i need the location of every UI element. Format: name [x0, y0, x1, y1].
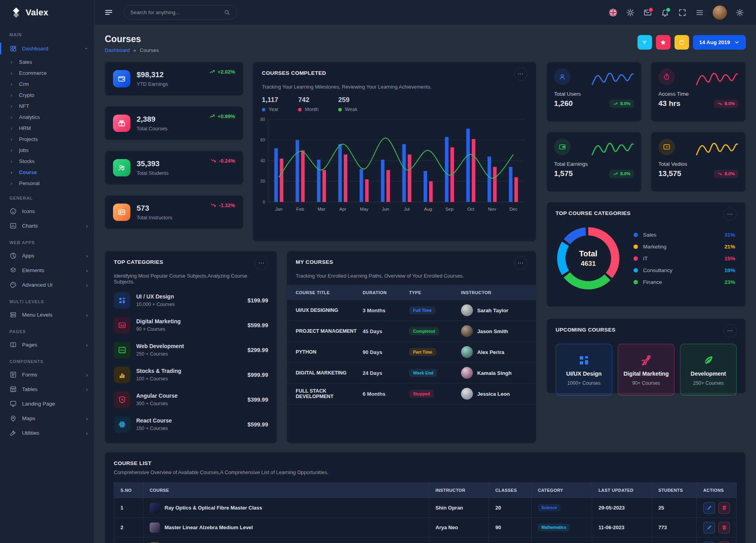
legend-label: Consultancy: [643, 267, 673, 273]
actions-cell: [697, 498, 736, 517]
my-courses-table-header: COURSE TITLE DURATION TYPE INSTRUCTOR: [287, 285, 536, 300]
sidebar-item[interactable]: Menu Levels: [0, 308, 94, 322]
row-number: 3: [114, 537, 143, 543]
donut-total-label: Total: [579, 249, 597, 258]
sidebar-item[interactable]: Elements: [0, 263, 94, 278]
sidebar-item[interactable]: Utilities: [0, 426, 94, 440]
sidebar-item[interactable]: Crypto: [0, 89, 94, 100]
sidebar-item[interactable]: jobs: [0, 145, 94, 156]
course-list-table-header: S.NO COURSE INSTRUCTOR CLASSES CATEGORY …: [114, 483, 736, 498]
sidebar-item-icon: [9, 385, 17, 393]
stat-card-icon: [113, 204, 130, 221]
sidebar-item[interactable]: Maps: [0, 411, 94, 426]
right-column: Total Users 1,260 8.0%: [547, 62, 746, 393]
sidebar-item[interactable]: Tables: [0, 382, 94, 397]
upcoming-course-count: 250+ Courses: [693, 380, 724, 386]
sidebar-item[interactable]: Stocks: [0, 156, 94, 167]
table-row[interactable]: PROJECT MANAGEMENT 45 Days Completed Jas…: [287, 321, 536, 342]
language-flag-button[interactable]: [609, 8, 617, 17]
category-name: UI / UX Design: [136, 293, 174, 300]
notifications-button[interactable]: [661, 8, 669, 17]
sparkline-chart: [695, 139, 739, 160]
course-instructor: Alex Perira: [461, 346, 527, 358]
sidebar-item[interactable]: Ecommerce: [0, 67, 94, 78]
kpi-label: Access Time: [658, 91, 738, 97]
category-price: $999.99: [248, 372, 268, 378]
sidebar-item-label: Crm: [19, 81, 29, 87]
sidebar-item[interactable]: Dashboard: [0, 41, 94, 56]
upcoming-course-tile[interactable]: UI/UX Design 1000+ Courses: [556, 344, 612, 396]
filter-button[interactable]: [637, 35, 652, 50]
sidebar-item-label: HRM: [19, 125, 31, 131]
category-list-item[interactable]: UI / UX Design 10,000 + Courses $199.99: [114, 288, 268, 313]
card-options-button[interactable]: [514, 256, 527, 270]
table-row[interactable]: UI/UX DESIGNING 3 Months Full Time Sarah…: [287, 300, 536, 321]
column-header: INSTRUCTOR: [461, 290, 527, 295]
sidebar-item[interactable]: Advanced Ui: [0, 278, 94, 292]
card-options-button[interactable]: [723, 208, 737, 221]
sidebar-item[interactable]: Personal: [0, 178, 94, 189]
table-row[interactable]: DIGITAL MARKETING 24 Days Week End Kamal…: [287, 363, 536, 384]
upcoming-course-tile[interactable]: Digital Marketing 90+ Courses: [618, 344, 674, 396]
sidebar-item[interactable]: Pages: [0, 337, 94, 352]
sidebar-item[interactable]: Projects: [0, 133, 94, 145]
sidebar-item[interactable]: Analytics: [0, 111, 94, 122]
sidebar-toggle-button[interactable]: [104, 7, 114, 18]
search-input[interactable]: [130, 9, 224, 15]
delete-button[interactable]: [718, 502, 730, 514]
category-list-item[interactable]: </> Web Development 250 + Courses $299.9…: [114, 337, 268, 362]
edit-button[interactable]: [703, 541, 715, 543]
category-list-item[interactable]: A Angular Course 300 + Courses $399.99: [114, 387, 268, 412]
edit-button[interactable]: [703, 522, 715, 534]
card-options-button[interactable]: [255, 256, 268, 270]
svg-text:Ad: Ad: [120, 323, 124, 327]
delete-button[interactable]: [718, 522, 730, 534]
table-row[interactable]: 2 Master Linear Alzebra Medium Level Ary…: [114, 517, 736, 537]
brand[interactable]: Valex: [0, 0, 94, 25]
sidebar-item[interactable]: HRM: [0, 122, 94, 133]
sidebar-item[interactable]: Sales: [0, 56, 94, 67]
category-list-item[interactable]: React Course 150 + Courses $599.99: [114, 412, 268, 437]
sidebar-item[interactable]: Icons: [0, 204, 94, 219]
classes-count: 20: [489, 498, 532, 517]
sidebar-item[interactable]: Course: [0, 167, 94, 178]
table-row[interactable]: FULL STACK DEVELOPMENT 6 Months Stopped …: [287, 384, 536, 404]
sidebar-item[interactable]: Crm: [0, 78, 94, 89]
course-instructor: Jason Smith: [461, 325, 527, 337]
legend-dot-icon: [634, 233, 638, 237]
sidebar-item[interactable]: Landing Page: [0, 397, 94, 411]
sidebar-item[interactable]: Charts: [0, 219, 94, 233]
kpi-label: Total Users: [554, 91, 634, 97]
theme-toggle-button[interactable]: [626, 8, 635, 17]
settings-button[interactable]: [736, 8, 744, 17]
table-row[interactable]: 3 Learn How To Trade And Invest For-Abso…: [114, 537, 736, 543]
stat-card-value: 573: [137, 204, 172, 213]
category-list-item[interactable]: Ad Digital Marketing 90 + Courses $599.9…: [114, 313, 268, 337]
edit-button[interactable]: [703, 502, 715, 514]
chart-legend-item: 742 Month: [298, 96, 319, 112]
delete-button[interactable]: [718, 541, 730, 543]
sidebar-item[interactable]: Apps: [0, 248, 94, 263]
category-list-item[interactable]: Stocks & Trading 100 + Courses $999.99: [114, 362, 268, 387]
sidebar-item[interactable]: Forms: [0, 367, 94, 382]
date-picker-button[interactable]: 14 Aug 2019: [693, 35, 746, 50]
menu-button[interactable]: [695, 8, 704, 17]
user-avatar[interactable]: [713, 6, 727, 20]
card-options-button[interactable]: [723, 324, 737, 337]
upcoming-course-tile[interactable]: Development 250+ Courses: [680, 344, 737, 396]
search-bar[interactable]: [124, 5, 237, 20]
favorite-button[interactable]: [656, 35, 671, 50]
card-options-button[interactable]: [514, 67, 527, 81]
sidebar-item[interactable]: NFT: [0, 100, 94, 111]
course-duration: 24 Days: [363, 370, 409, 376]
refresh-button[interactable]: [674, 35, 689, 50]
table-row[interactable]: 1 Ray Optics & Optical Fibre Master Clas…: [114, 498, 736, 517]
table-row[interactable]: PYTHON 90 Days Part Time Alex Perira: [287, 342, 536, 363]
sidebar-section-items: Forms Tables L: [0, 367, 94, 440]
stat-card-icon: [113, 115, 130, 132]
fullscreen-button[interactable]: [678, 8, 687, 17]
svg-text:Feb: Feb: [296, 207, 304, 211]
messages-button[interactable]: [643, 8, 652, 17]
breadcrumb-dashboard-link[interactable]: Dashboard: [105, 47, 130, 53]
column-header: CLASSES: [489, 483, 532, 498]
